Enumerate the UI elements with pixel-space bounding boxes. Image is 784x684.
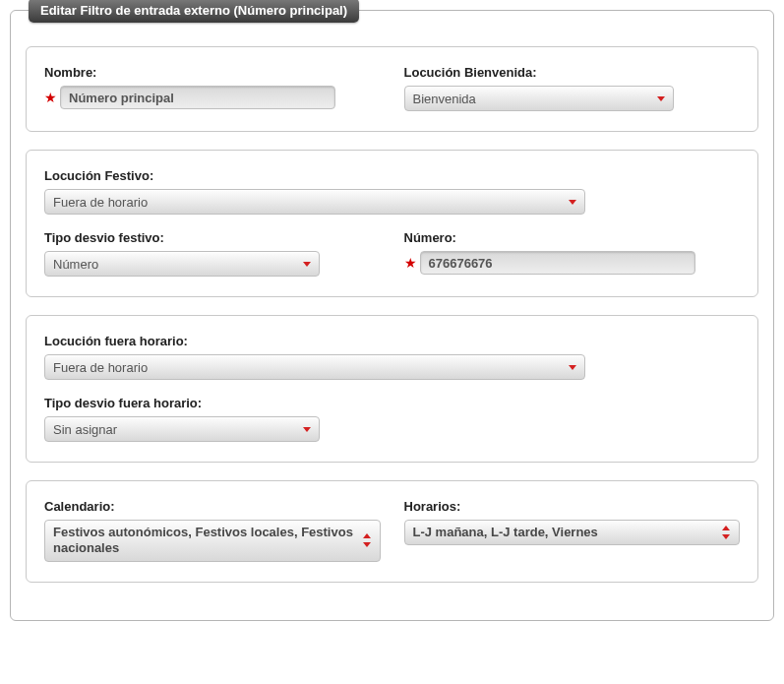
tipo-desvio-fuera-horario-select[interactable]: Sin asignar: [44, 416, 320, 442]
locucion-bienvenida-value: Bienvenida: [413, 92, 476, 106]
tipo-desvio-festivo-label: Tipo desvio festivo:: [44, 230, 381, 245]
locucion-fuera-horario-select[interactable]: Fuera de horario: [44, 354, 585, 380]
calendario-value: Festivos autonómicos, Festivos locales, …: [53, 525, 354, 557]
sort-icon: [362, 533, 372, 547]
section-calendario-horarios: Calendario: Festivos autonómicos, Festiv…: [26, 480, 758, 583]
calendario-label: Calendario:: [44, 499, 381, 514]
nombre-label: Nombre:: [44, 65, 381, 80]
horarios-multiselect[interactable]: L-J mañana, L-J tarde, Viernes: [404, 520, 741, 545]
locucion-fuera-horario-value: Fuera de horario: [53, 360, 148, 375]
chevron-down-icon: [569, 200, 576, 205]
locucion-festivo-label: Locución Festivo:: [44, 168, 740, 183]
locucion-fuera-horario-label: Locución fuera horario:: [44, 334, 740, 348]
tipo-desvio-festivo-select[interactable]: Número: [44, 251, 320, 277]
form-panel: Editar Filtro de entrada externo (Número…: [10, 10, 774, 621]
numero-label: Número:: [404, 230, 741, 245]
section-basic: Nombre: ★ Locución Bienvenida: Bienvenid…: [26, 46, 758, 132]
tipo-desvio-fuera-horario-value: Sin asignar: [53, 422, 117, 437]
required-icon: ★: [44, 91, 56, 104]
calendario-multiselect[interactable]: Festivos autonómicos, Festivos locales, …: [44, 520, 381, 562]
chevron-down-icon: [303, 262, 311, 267]
locucion-bienvenida-label: Locución Bienvenida:: [404, 65, 741, 80]
section-fuera-horario: Locución fuera horario: Fuera de horario…: [26, 315, 758, 463]
tipo-desvio-festivo-value: Número: [53, 257, 98, 272]
required-icon: ★: [404, 256, 416, 270]
chevron-down-icon: [657, 96, 665, 101]
chevron-down-icon: [303, 427, 311, 432]
section-festivo: Locución Festivo: Fuera de horario Tipo …: [26, 150, 758, 297]
locucion-festivo-select[interactable]: Fuera de horario: [44, 189, 585, 215]
panel-legend: Editar Filtro de entrada externo (Número…: [29, 0, 359, 23]
chevron-down-icon: [569, 365, 576, 370]
horarios-label: Horarios:: [404, 499, 741, 514]
horarios-value: L-J mañana, L-J tarde, Viernes: [413, 525, 714, 540]
numero-input[interactable]: [420, 251, 695, 275]
nombre-input[interactable]: [60, 86, 335, 109]
tipo-desvio-fuera-horario-label: Tipo desvio fuera horario:: [44, 396, 740, 410]
sort-icon: [721, 526, 731, 539]
locucion-festivo-value: Fuera de horario: [53, 195, 148, 210]
locucion-bienvenida-select[interactable]: Bienvenida: [404, 86, 674, 111]
